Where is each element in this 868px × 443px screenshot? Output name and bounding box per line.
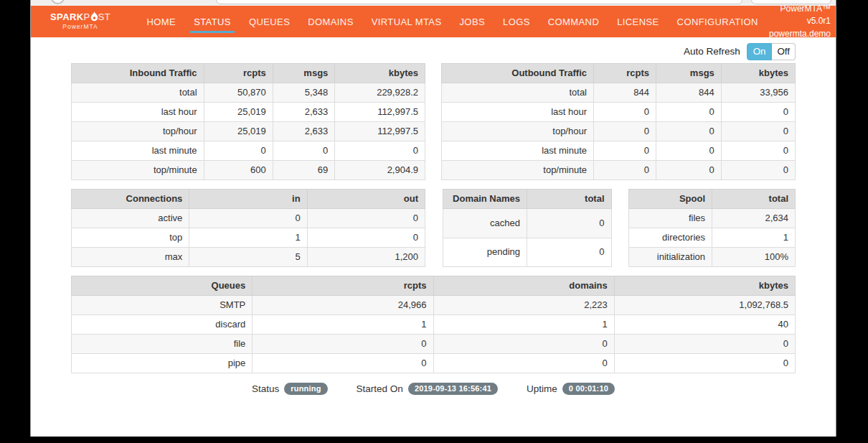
column-header: domains: [433, 276, 614, 296]
nav-item-logs[interactable]: LOGS: [503, 13, 530, 31]
cell-value: 5,348: [273, 83, 335, 103]
cell-value: 229,928.2: [335, 83, 425, 103]
cell-value: 1,200: [307, 248, 425, 267]
column-header: total: [712, 190, 796, 209]
auto-refresh-on-button[interactable]: On: [747, 43, 773, 60]
cell-value: 0: [614, 354, 795, 373]
cell-value: 25,019: [204, 103, 273, 122]
logo-text-st: ST: [98, 12, 110, 22]
browser-window: SPARKPST PowerMTA HOME STATUS QUEUES DOM…: [30, 0, 836, 437]
row-label: last hour: [72, 103, 204, 122]
browser-toolbar-box[interactable]: [751, 0, 831, 4]
table-row: top/minute000: [442, 161, 796, 180]
cell-value: 0: [656, 122, 722, 141]
cell-value: 2,223: [433, 296, 614, 315]
table-row: pipe000: [72, 354, 796, 373]
row-label: active: [72, 209, 189, 228]
nav-item-domains[interactable]: DOMAINS: [308, 13, 353, 31]
column-header: rcpts: [594, 64, 656, 83]
row-label: total: [442, 83, 594, 103]
browser-button[interactable]: [51, 0, 65, 4]
row-label: max: [72, 248, 189, 267]
cell-value: 1,092,768.5: [614, 296, 795, 315]
sparkpost-wordmark: SPARKPST: [50, 12, 110, 22]
column-header: rcpts: [204, 64, 273, 83]
cell-value: 0: [594, 122, 656, 141]
cell-value: 1: [189, 228, 307, 248]
row-label: SMTP: [72, 296, 253, 315]
cell-value: 112,997.5: [335, 122, 425, 141]
cell-value: 2,634: [712, 209, 796, 228]
row-label: initialization: [629, 248, 712, 267]
table-row: top/hour000: [442, 122, 796, 141]
address-bar[interactable]: [216, 0, 742, 4]
cell-value: 2,633: [273, 122, 335, 141]
cell-value: 2,633: [273, 103, 335, 122]
cell-value: 0: [253, 335, 433, 354]
cell-value: 0: [433, 335, 614, 354]
column-header: kbytes: [721, 64, 795, 83]
column-header: kbytes: [614, 276, 795, 296]
logo-text-p: P: [84, 12, 90, 22]
nav-item-virtual-mtas[interactable]: VIRTUAL MTAS: [372, 13, 442, 31]
cell-value: 100%: [712, 248, 796, 267]
table-row: initialization100%: [629, 248, 796, 267]
status-item: Status running: [252, 383, 328, 395]
cell-value: 0: [614, 335, 795, 354]
table-row: pending0: [443, 238, 611, 267]
table-row: SMTP24,9662,2231,092,768.5: [72, 296, 796, 315]
spool-table: Spooltotalfiles2,634directories1initiali…: [628, 189, 796, 267]
auto-refresh-off-button[interactable]: Off: [772, 43, 796, 60]
table-title: Inbound Traffic: [72, 64, 204, 83]
hostname: powermta.demo: [767, 28, 831, 40]
logo-text-spark: SPARK: [50, 12, 84, 22]
column-header: msgs: [273, 64, 335, 83]
cell-value: 0: [307, 228, 425, 248]
started-on-badge: 2019-09-13 16:56:41: [408, 383, 498, 395]
cell-value: 0: [656, 141, 722, 161]
cell-value: 0: [721, 122, 795, 141]
table-row: files2,634: [629, 209, 796, 228]
nav-item-home[interactable]: HOME: [147, 13, 176, 31]
row-label: top/minute: [72, 161, 204, 180]
inbound-traffic-table: Inbound Trafficrcptsmsgskbytestotal50,87…: [71, 63, 425, 180]
table-row: top10: [72, 228, 425, 248]
nav-item-configuration[interactable]: CONFIGURATION: [677, 13, 758, 31]
row-label: files: [629, 209, 712, 228]
column-header: in: [189, 190, 307, 209]
started-on-item: Started On 2019-09-13 16:56:41: [357, 383, 498, 395]
connections-table: Connectionsinoutactive00top10max51,200: [71, 189, 425, 267]
nav-item-command[interactable]: COMMAND: [548, 13, 599, 31]
page-content: Auto Refresh On Off Inbound Trafficrcpts…: [31, 37, 836, 395]
table-title: Queues: [72, 276, 253, 296]
domain-names-table: Domain Namestotalcached0pending0: [443, 189, 612, 267]
cell-value: 0: [204, 141, 273, 161]
logo-subtitle: PowerMTA: [50, 24, 110, 30]
cell-value: 0: [273, 141, 335, 161]
nav-item-queues[interactable]: QUEUES: [249, 13, 290, 31]
cell-value: 50,870: [204, 83, 273, 103]
nav-item-jobs[interactable]: JOBS: [459, 13, 485, 31]
cell-value: 0: [527, 209, 612, 238]
auto-refresh-toggle: On Off: [747, 43, 796, 60]
product-info: PowerMTA™ v5.0r1 powermta.demo: [767, 3, 831, 40]
table-row: discard1140: [72, 315, 796, 335]
sparkpost-logo[interactable]: SPARKPST PowerMTA: [50, 12, 110, 31]
table-row: top/hour25,0192,633112,997.5: [72, 122, 425, 141]
table-row: top/minute600692,904.9: [72, 161, 425, 180]
nav-item-status[interactable]: STATUS: [194, 13, 231, 31]
started-on-label: Started On: [357, 383, 403, 394]
nav-menu: HOME STATUS QUEUES DOMAINS VIRTUAL MTAS …: [138, 13, 767, 31]
nav-item-license[interactable]: LICENSE: [617, 13, 659, 31]
table-row: cached0: [443, 209, 611, 238]
screen-background: SPARKPST PowerMTA HOME STATUS QUEUES DOM…: [0, 0, 868, 443]
cell-value: 24,966: [253, 296, 433, 315]
cell-value: 0: [189, 209, 307, 228]
row-label: top/hour: [442, 122, 594, 141]
queues-table: QueuesrcptsdomainskbytesSMTP24,9662,2231…: [71, 276, 796, 373]
cell-value: 0: [335, 141, 425, 161]
table-row: active00: [72, 209, 425, 228]
column-header: out: [307, 190, 425, 209]
row-label: file: [72, 335, 253, 354]
cell-value: 25,019: [204, 122, 273, 141]
